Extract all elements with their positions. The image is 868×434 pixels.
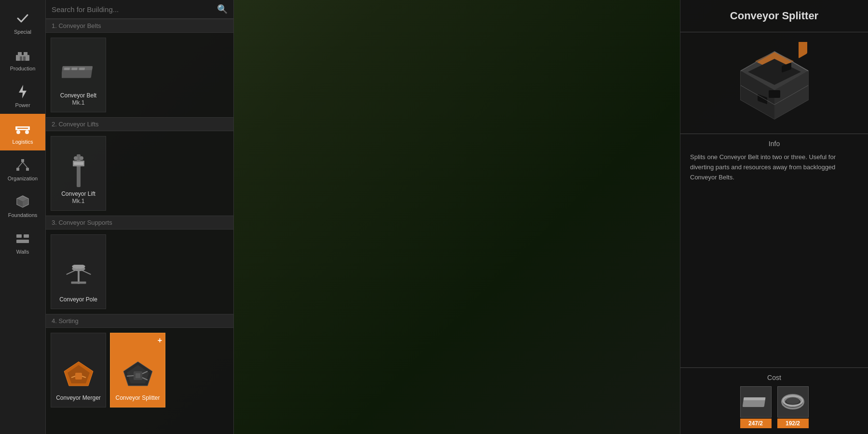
item-conveyor-belt-mk1[interactable]: Conveyor Belt Mk.1	[51, 38, 106, 112]
category-2-items: Conveyor Pole	[46, 230, 233, 314]
cost-item-1-amount: 192/2	[777, 419, 809, 428]
svg-rect-2	[24, 52, 27, 55]
item-conveyor-pole[interactable]: Conveyor Pole	[51, 234, 106, 309]
svg-rect-3	[20, 56, 22, 61]
item-conveyor-lift-mk1[interactable]: Conveyor Lift Mk.1	[51, 136, 106, 211]
category-conveyor-belts: 1. Conveyor Belts	[46, 19, 233, 33]
item-conveyor-lift-mk1-name: Conveyor Lift Mk.1	[61, 190, 95, 205]
conveyor-belt-icon	[62, 55, 95, 89]
building-list-panel: 🔍 1. Conveyor Belts Conveyor Belt	[46, 0, 234, 434]
svg-rect-19	[16, 234, 22, 238]
svg-point-8	[16, 130, 20, 134]
sidebar: Special Production Power	[0, 0, 46, 434]
svg-rect-29	[74, 162, 83, 165]
category-1-items: Conveyor Lift Mk.1	[46, 131, 233, 216]
cost-items: 247/2 192/2	[690, 386, 858, 428]
nodes-icon	[14, 156, 31, 174]
svg-rect-10	[21, 159, 24, 162]
svg-rect-1	[18, 52, 22, 55]
detail-panel: Conveyor Splitter	[680, 0, 868, 434]
svg-rect-4	[23, 56, 26, 61]
svg-line-14	[23, 162, 27, 168]
svg-point-31	[80, 156, 83, 160]
sidebar-item-power[interactable]: Power	[0, 77, 45, 114]
cost-item-0: 247/2	[740, 386, 772, 428]
svg-rect-7	[17, 128, 28, 129]
category-conveyor-lifts: 2. Conveyor Lifts	[46, 117, 233, 131]
detail-title: Conveyor Splitter	[680, 0, 868, 32]
cost-label: Cost	[690, 374, 858, 381]
sidebar-item-organization[interactable]: Organization	[0, 150, 45, 187]
sidebar-item-special[interactable]: Special	[0, 4, 45, 41]
svg-point-9	[25, 130, 29, 134]
checkmark-icon	[14, 10, 31, 27]
svg-point-69	[786, 397, 800, 404]
info-text: Splits one Conveyor Belt into two or thr…	[690, 152, 858, 182]
svg-rect-65	[743, 397, 765, 400]
game-view	[234, 0, 680, 434]
search-bar: 🔍	[46, 0, 233, 19]
info-section: Info Splits one Conveyor Belt into two o…	[680, 134, 868, 188]
svg-rect-12	[26, 168, 29, 171]
category-3-items: Conveyor Merger +	[46, 328, 233, 412]
svg-rect-33	[71, 282, 86, 284]
bolt-icon	[14, 83, 31, 100]
add-badge: +	[158, 336, 162, 345]
item-conveyor-splitter[interactable]: + Conveyor Splitter	[110, 333, 165, 407]
logistics-icon	[14, 120, 31, 137]
search-icon: 🔍	[217, 4, 228, 14]
category-conveyor-supports: 3. Conveyor Supports	[46, 216, 233, 230]
search-input[interactable]	[52, 5, 213, 14]
walls-icon	[14, 230, 31, 247]
detail-image-area	[680, 32, 868, 134]
svg-rect-20	[24, 234, 29, 238]
svg-rect-0	[16, 55, 29, 61]
cost-item-1: 192/2	[777, 386, 809, 428]
sidebar-item-production[interactable]: Production	[0, 41, 45, 77]
svg-rect-11	[16, 168, 19, 171]
cost-item-0-image	[740, 386, 772, 418]
svg-rect-26	[79, 68, 84, 70]
item-conveyor-belt-mk1-name: Conveyor Belt Mk.1	[60, 92, 96, 107]
svg-rect-40	[75, 373, 82, 380]
svg-rect-46	[136, 373, 140, 378]
category-sorting: 4. Sorting	[46, 314, 233, 328]
conveyor-pole-icon	[62, 259, 95, 293]
sidebar-item-walls[interactable]: Walls	[0, 224, 45, 260]
svg-marker-5	[19, 85, 27, 98]
detail-splitter-image	[731, 42, 818, 124]
svg-rect-21	[16, 240, 29, 243]
category-0-items: Conveyor Belt Mk.1	[46, 33, 233, 117]
svg-line-13	[18, 162, 23, 168]
item-conveyor-merger-name: Conveyor Merger	[56, 394, 101, 402]
item-conveyor-splitter-name: Conveyor Splitter	[115, 394, 160, 402]
cost-item-0-amount: 247/2	[740, 419, 772, 428]
conveyor-splitter-icon	[121, 358, 155, 392]
conveyor-lift-icon	[62, 154, 95, 188]
conveyor-merger-icon	[62, 358, 95, 392]
detail-spacer	[680, 188, 868, 367]
factory-icon	[14, 46, 31, 64]
info-label: Info	[690, 140, 858, 148]
svg-rect-55	[799, 42, 807, 58]
sidebar-item-foundations[interactable]: Foundations	[0, 187, 45, 224]
building-list-content: 1. Conveyor Belts Conveyor Belt Mk.1	[46, 19, 233, 434]
cost-item-1-image	[777, 386, 809, 418]
svg-rect-25	[71, 68, 77, 70]
svg-rect-24	[64, 68, 69, 70]
svg-line-47	[127, 376, 134, 376]
svg-point-30	[74, 156, 78, 160]
item-conveyor-merger[interactable]: Conveyor Merger	[51, 333, 106, 407]
foundations-icon	[14, 193, 31, 210]
sidebar-item-logistics[interactable]: Logistics	[0, 114, 45, 150]
svg-rect-59	[769, 90, 780, 98]
item-conveyor-pole-name: Conveyor Pole	[59, 296, 97, 304]
cost-section: Cost 247/2	[680, 367, 868, 434]
